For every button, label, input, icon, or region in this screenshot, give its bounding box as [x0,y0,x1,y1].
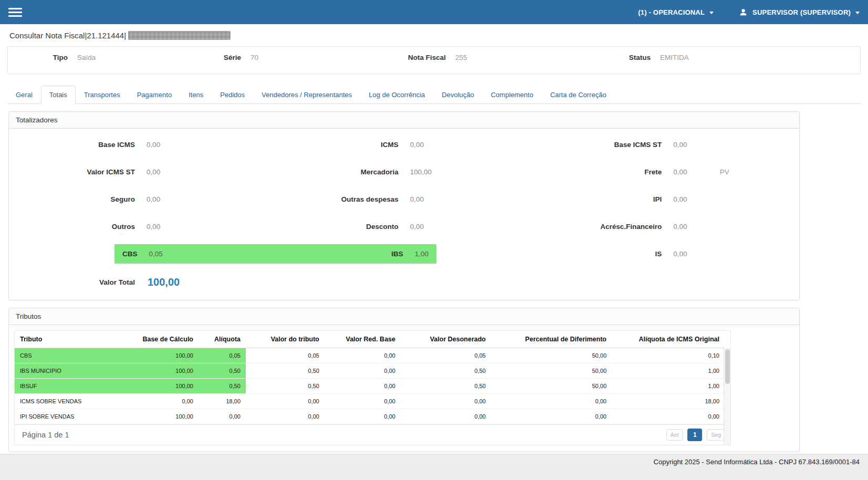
cell: 0,00 [325,379,401,394]
field-nota-fiscal: Nota Fiscal 255 [386,53,591,62]
user-icon [739,8,748,17]
page-info: Página 1 de 1 [22,431,69,439]
chevron-down-icon [855,12,860,14]
table-row[interactable]: IBS MUNICIPIO 100,00 0,50 0,50 0,00 0,50… [15,363,725,379]
cell: 0,00 [198,409,246,424]
field-value: Saída [77,53,96,62]
field-label: IS [536,250,662,258]
prev-page-button[interactable]: Ant [666,429,683,441]
totalizadores-body: Base ICMS 0,00 ICMS 0,00 Base ICMS ST 0,… [9,129,799,300]
tributos-table: Tributo Base de Cálculo Alíquota Valor d… [15,331,725,424]
field-label: Série [181,53,241,62]
field-label: Desconto [273,223,399,231]
cell: 0,05 [198,348,246,363]
user-menu[interactable]: SUPERVISOR (SUPERVISOR) [739,8,860,17]
cell: 0,00 [325,363,401,379]
tributos-grid-wrap: Tributo Base de Cálculo Alíquota Valor d… [9,325,799,452]
field-value: 0,00 [147,141,160,149]
footer: Copyright 2025 - Send Informática Ltda -… [0,454,868,480]
field-label: Valor Total [9,278,135,286]
tab-itens[interactable]: Itens [180,86,212,104]
field-label: IBS [391,250,403,258]
tab-pagamento[interactable]: Pagamento [129,86,181,104]
valor-total-value: 100,00 [148,276,180,288]
cell: 0,50 [198,379,246,394]
cell: 0,00 [128,394,198,409]
field-seguro: Seguro 0,00 [9,195,273,203]
column-header: Percentual de Diferimento [491,331,612,348]
field-valor-icms-st: Valor ICMS ST 0,00 [9,168,273,176]
cell: 0,50 [198,363,246,379]
cell: 0,00 [401,394,491,409]
table-row[interactable]: IPI SOBRE VENDAS 100,00 0,00 0,00 0,00 0… [15,409,725,424]
table-row[interactable]: CBS 100,00 0,05 0,05 0,00 0,05 50,00 0,1… [15,348,725,363]
totals-row: Outros 0,00 Desconto 0,00 Acrésc.Finance… [9,213,799,240]
field-label: Base ICMS ST [536,141,662,149]
field-outros: Outros 0,00 [9,223,273,231]
field-value: 0,00 [673,141,687,149]
field-label: Status [591,53,651,62]
next-page-button[interactable]: Seg [707,429,725,441]
cell: 100,00 [128,363,198,379]
cell: 0,00 [491,394,612,409]
field-acresc-financeiro: Acrésc.Financeiro 0,00 [536,223,799,231]
scrollbar-thumb[interactable] [725,349,730,384]
field-valor-total: Valor Total 100,00 [9,276,799,288]
field-value: 0,00 [147,195,160,203]
tab-transportes[interactable]: Transportes [76,86,129,104]
tab-totais[interactable]: Totais [41,86,76,104]
cell: 0,00 [325,348,401,363]
totals-row-grand-total: Valor Total 100,00 [9,267,799,297]
cell: 0,00 [491,409,612,424]
tab-geral[interactable]: Geral [7,86,41,104]
cell: 0,00 [246,409,325,424]
table-row[interactable]: IBSUF 100,00 0,50 0,50 0,00 0,50 50,00 1… [15,379,725,394]
table-row[interactable]: ICMS SOBRE VENDAS 0,00 18,00 0,00 0,00 0… [15,394,725,409]
panel-title: Totalizadores [9,112,799,129]
cell: 50,00 [491,363,612,379]
totalizadores-panel: Totalizadores Base ICMS 0,00 ICMS 0,00 B… [8,111,800,300]
tab-pedidos[interactable]: Pedidos [212,86,253,104]
field-value: 0,00 [410,223,424,231]
cell: 0,00 [401,409,491,424]
tab-vendedores-representantes[interactable]: Vendedores / Representantes [253,86,360,104]
status-badge: EMITIDA [660,53,689,62]
cell: 1,00 [612,379,725,394]
field-value: 0,00 [673,195,687,203]
topbar-right: (1) - OPERACIONAL SUPERVISOR (SUPERVISOR… [638,8,860,17]
field-label: Tipo [8,53,68,62]
cell: ICMS SOBRE VENDAS [15,394,128,409]
field-label: Frete [536,168,662,176]
field-label: IPI [536,195,662,203]
highlight-wrap: CBS 0,05 IBS 1,00 [9,244,536,264]
table-scrollbar[interactable] [724,348,730,445]
tab-carta-de-correcao[interactable]: Carta de Correção [542,86,615,104]
field-label: Seguro [9,195,135,203]
tributos-panel: Tributos Tributo Base de Cálculo Alíquot… [8,308,800,452]
totals-row: Seguro 0,00 Outras despesas 0,00 IPI 0,0… [9,185,799,213]
page-1-button[interactable]: 1 [687,429,702,441]
cell: 100,00 [128,348,198,363]
tab-log-de-ocorrencia[interactable]: Log de Ocorrência [360,86,433,104]
cell: 100,00 [128,409,198,424]
tab-devolucao[interactable]: Devolução [433,86,482,104]
menu-icon[interactable] [8,7,22,18]
field-value: 0,00 [410,195,424,203]
breadcrumb: Consultar Nota Fiscal|21.121444| [0,24,868,46]
totals-row-highlighted: CBS 0,05 IBS 1,00 IS 0,00 [9,240,799,267]
field-ipi: IPI 0,00 [536,195,799,203]
cell: 50,00 [491,379,612,394]
cell: 0,00 [246,394,325,409]
field-status: Status EMITIDA [591,53,860,62]
field-label: Outros [9,223,135,231]
topbar: (1) - OPERACIONAL SUPERVISOR (SUPERVISOR… [0,0,868,24]
tab-complemento[interactable]: Complemento [483,86,542,104]
context-dropdown[interactable]: (1) - OPERACIONAL [638,8,714,16]
redacted-customer-name [128,31,231,40]
field-label: Acrésc.Financeiro [536,223,662,231]
cell: 0,50 [246,363,325,379]
field-value: 70 [250,53,258,62]
field-is: IS 0,00 [536,250,799,258]
cell: 18,00 [612,394,725,409]
app-window: (1) - OPERACIONAL SUPERVISOR (SUPERVISOR… [0,0,868,452]
